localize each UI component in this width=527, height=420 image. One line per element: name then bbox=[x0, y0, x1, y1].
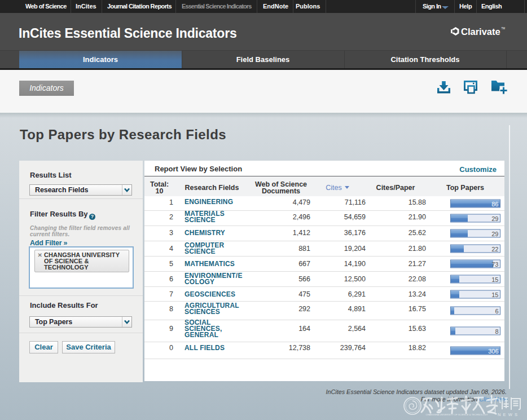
svg-text:Clarivate: Clarivate bbox=[461, 26, 500, 37]
svg-text:NEWS: NEWS bbox=[498, 412, 520, 417]
svg-text:CHANGSHA UNIVERSITY OF SCIENCE: CHANGSHA UNIVERSITY OF SCIENCE & TECHNOL… bbox=[426, 413, 488, 416]
svg-text:TM: TM bbox=[502, 27, 506, 30]
